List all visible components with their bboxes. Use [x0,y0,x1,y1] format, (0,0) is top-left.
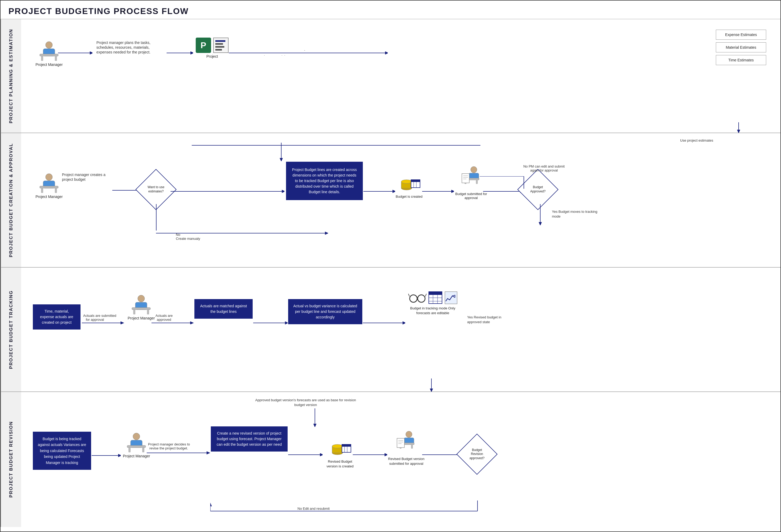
svg-marker-6 [90,51,92,54]
svg-text:Actuals are submitted: Actuals are submitted [83,314,116,318]
check-line-3 [215,46,224,48]
budget-created-icon: Budget is created [396,170,422,198]
svg-marker-17 [280,158,283,161]
diamond-3-text-wrap: Budget Revision approved? [462,440,492,469]
svg-rect-120 [397,438,404,448]
svg-rect-47 [476,180,478,184]
svg-marker-14 [737,130,740,133]
arrow-to-revised-submitted [353,452,387,457]
svg-rect-4 [55,56,57,61]
svg-point-76 [410,295,417,302]
svg-rect-48 [462,174,469,183]
expense-estimates: Expense Estimates [716,30,766,40]
actor-label-3: Project Manager [128,316,155,320]
svg-marker-62 [121,321,124,324]
arrow-status-actor4 [92,453,121,458]
person-desk-icon-4 [126,432,147,453]
svg-rect-119 [411,445,413,449]
svg-rect-97 [128,448,131,452]
no-edit-resubmit-arrow: No Edit and resubmit [210,498,478,514]
lane-label-creation: PROJECT BUDGET CREATION & APPROVAL [1,133,21,267]
svg-marker-104 [320,453,323,456]
arrow-1c: Estimations are created for Project Time… [229,50,388,55]
arrow-to-revised-created [288,452,323,457]
revised-submitted-svg [394,429,418,455]
actuals-matched-box: Actuals are matched against the budget l… [194,299,253,319]
tracking-table-svg [428,291,443,304]
check-line-1 [215,40,225,42]
svg-point-43 [470,167,477,173]
svg-point-0 [46,42,52,48]
revised-created-icon: Revised Budget version is created [323,434,357,469]
svg-marker-102 [207,451,210,454]
diamond-2-wrap: Budget Approved? [523,175,552,204]
diamond-3-text: Budget Revision approved? [466,448,488,460]
svg-text:Estimations are created for Pr: Estimations are created for Project [253,50,311,51]
down-from-top [279,143,284,161]
time-estimates: Time Estimates [716,55,766,65]
diamond-2-text-wrap: Budget Approved? [523,175,552,204]
diamond-1-text-wrap: Want to use estimates? [141,175,171,204]
checklist-icon [213,38,229,53]
lane-planning: PROJECT PLANNING & ESTIMATION Proj [1,19,780,133]
lane-label-revision: PROJECT BUDGET REVISION [1,392,21,527]
revised-created-label: Revised Budget version is created [323,459,357,469]
svg-marker-8 [191,51,193,54]
svg-marker-42 [451,190,454,193]
diamond-1-text: Want to use estimates? [144,185,168,193]
svg-point-115 [406,431,412,438]
lane3-content: Time, material, expense actuals are crea… [21,268,780,392]
svg-rect-22 [55,188,57,193]
svg-marker-130 [210,503,212,506]
arrow-revise-wrap: Project manager decides to revise the pr… [147,442,210,456]
tracking-mode-icon: Budget in tracking mode Only forecasts a… [406,291,459,315]
forecast-svg [444,291,458,304]
page: PROJECT BUDGETING PROCESS FLOW PROJECT P… [0,0,781,532]
svg-rect-98 [142,448,144,452]
arrow-yes-to-budgetlines: Yes [171,189,284,194]
revised-submitted-label: Revised Budget version submitted for app… [388,456,425,466]
arrow-matched-variance [253,320,288,325]
page-title: PROJECT BUDGETING PROCESS FLOW [1,1,780,19]
svg-text:Yes: Yes [173,189,179,189]
lane4-content: Approved budget version's forecasts are … [21,392,780,527]
svg-marker-32 [393,190,395,193]
budget-submitted-label: Budget submitted for approval [455,192,487,200]
svg-rect-112 [342,444,351,446]
svg-line-79 [408,294,409,297]
check-line-2 [215,43,223,45]
lane-creation: PROJECT BUDGET CREATION & APPROVAL Use p… [1,133,780,268]
svg-text:revise the project budget.: revise the project budget. [149,446,188,450]
svg-rect-67 [147,310,149,314]
no-loop-arrow [480,176,524,192]
lane-label-planning: PROJECT PLANNING & ESTIMATION [1,19,21,133]
arrow-created-to-submitted [422,189,454,194]
tracking-status-box: Budget is being tracked against actuals … [33,432,91,470]
down-from-diamond2 [538,204,543,225]
person-desk-icon-3 [131,294,152,315]
svg-rect-66 [133,310,135,314]
revised-submitted-icon: Revised Budget version submitted for app… [388,429,425,466]
diamond-2-text: Budget Approved? [527,185,549,193]
svg-text:Actuals are: Actuals are [156,314,173,318]
yes-revised-label: Yes Revised budget in approved state [467,315,515,324]
svg-marker-71 [190,321,194,324]
svg-marker-89 [430,389,433,392]
variance-box: Actual vs budget variance is calculated … [288,299,362,324]
svg-marker-114 [384,453,387,456]
lane-tracking: PROJECT BUDGET TRACKING Time, material, … [1,268,780,392]
svg-rect-40 [411,180,420,182]
arrow-actuals-approved-wrap: Actuals are approved [152,314,194,325]
svg-rect-96 [127,445,146,448]
arrow-variance-to-tracking [363,320,405,325]
yes-tracking-label: Yes Budget moves to tracking mode [552,209,605,219]
project-icon-area: P Project [196,38,229,58]
check-line-4 [215,49,222,51]
revised-version-box: Create a new revised version of project … [211,427,288,451]
arrow-budgetlines-to-created [363,189,395,194]
arrow-to-diamond3 [422,452,462,457]
svg-rect-65 [132,308,151,310]
estimate-stack: Expense Estimates Material Estimates Tim… [716,30,766,65]
svg-marker-75 [403,321,405,324]
actor-label-4: Project Manager [123,454,150,458]
